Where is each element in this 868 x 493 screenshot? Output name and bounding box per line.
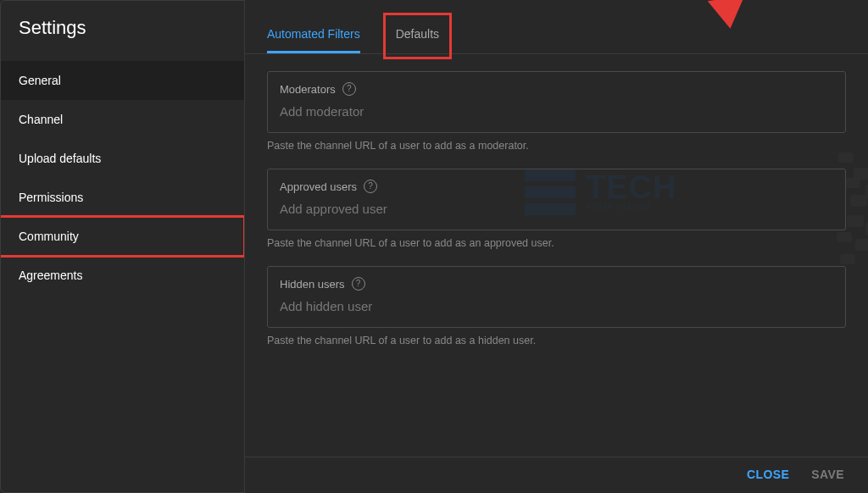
hidden-label: Hidden users — [280, 278, 345, 291]
moderators-section: Moderators ? Paste the channel URL of a … — [267, 71, 846, 152]
close-button[interactable]: CLOSE — [747, 468, 789, 481]
hidden-hint: Paste the channel URL of a user to add a… — [267, 335, 846, 346]
approved-hint: Paste the channel URL of a user to add a… — [267, 237, 846, 249]
tab-defaults[interactable]: Defaults — [389, 19, 446, 53]
save-button[interactable]: SAVE — [811, 468, 844, 481]
hidden-input[interactable] — [280, 299, 833, 313]
hidden-label-row: Hidden users ? — [280, 277, 833, 291]
moderators-input[interactable] — [280, 104, 833, 119]
sidebar-item-upload-defaults[interactable]: Upload defaults — [0, 139, 244, 178]
hidden-users-section: Hidden users ? Paste the channel URL of … — [267, 266, 846, 346]
sidebar-item-community[interactable]: Community — [0, 217, 244, 256]
moderators-field-box: Moderators ? — [267, 71, 846, 133]
help-icon[interactable]: ? — [342, 82, 356, 96]
hidden-field-box: Hidden users ? — [267, 266, 846, 328]
page-title: Settings — [19, 17, 225, 39]
approved-users-section: Approved users ? Paste the channel URL o… — [267, 169, 846, 249]
dialog-footer: CLOSE SAVE — [245, 457, 868, 493]
sidebar-item-general[interactable]: General — [0, 61, 244, 100]
sidebar-item-channel[interactable]: Channel — [0, 100, 244, 139]
approved-label-row: Approved users ? — [280, 180, 833, 193]
sidebar-nav: General Channel Upload defaults Permissi… — [0, 61, 244, 295]
annotation-arrow-icon — [708, 0, 749, 31]
sections-container: Moderators ? Paste the channel URL of a … — [245, 54, 868, 355]
approved-label: Approved users — [280, 180, 357, 193]
tab-automated-filters[interactable]: Automated Filters — [267, 19, 360, 53]
moderators-label: Moderators — [280, 83, 336, 96]
approved-input[interactable] — [280, 202, 833, 216]
moderators-label-row: Moderators ? — [280, 82, 833, 96]
sidebar-item-agreements[interactable]: Agreements — [0, 256, 244, 295]
help-icon[interactable]: ? — [364, 180, 377, 193]
approved-field-box: Approved users ? — [267, 169, 846, 230]
help-icon[interactable]: ? — [352, 277, 365, 291]
sidebar-item-permissions[interactable]: Permissions — [0, 178, 244, 217]
tabs-bar: Automated Filters Defaults — [245, 0, 868, 54]
main-panel: Automated Filters Defaults Moderators ? … — [245, 0, 868, 493]
settings-sidebar: Settings General Channel Upload defaults… — [0, 0, 244, 493]
moderators-hint: Paste the channel URL of a user to add a… — [267, 140, 846, 152]
content-scroll[interactable]: Automated Filters Defaults Moderators ? … — [245, 0, 868, 457]
sidebar-header: Settings — [0, 0, 244, 61]
